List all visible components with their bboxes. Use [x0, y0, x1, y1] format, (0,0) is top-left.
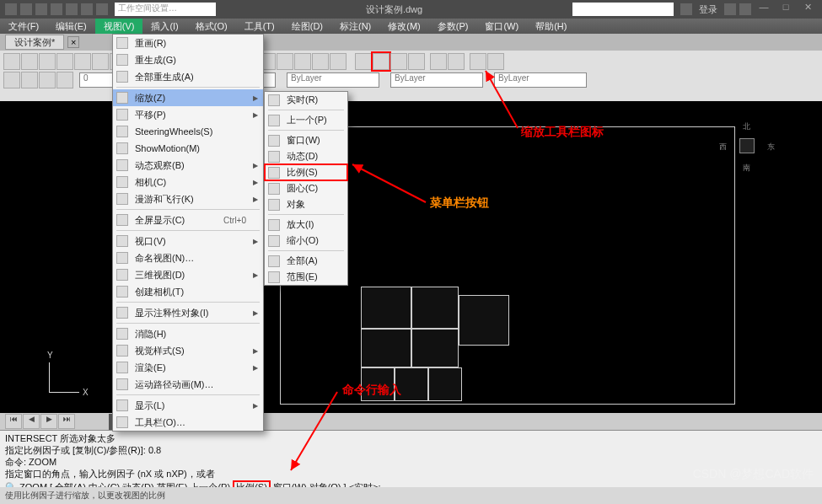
- user-icon[interactable]: [680, 3, 692, 15]
- menu-item[interactable]: 命名视图(N)…: [113, 249, 263, 266]
- layout-prev-icon[interactable]: ◀: [23, 414, 40, 429]
- lineweight-select[interactable]: ByLayer: [390, 72, 483, 88]
- tb-save-icon[interactable]: [39, 53, 56, 70]
- tb-zo-icon[interactable]: [408, 53, 425, 70]
- tb-ze-icon[interactable]: [487, 53, 504, 70]
- submenu-item[interactable]: 窗口(W): [265, 132, 347, 148]
- menu-item[interactable]: 相机(C): [113, 174, 263, 190]
- tb-zoom-in-icon[interactable]: [312, 53, 329, 70]
- menu-view[interactable]: 视图(V): [95, 19, 143, 34]
- exchange-icon[interactable]: [724, 3, 736, 15]
- close-button[interactable]: ✕: [797, 2, 819, 17]
- tb-cut-icon[interactable]: [74, 53, 91, 70]
- tb-zi2-icon[interactable]: [430, 53, 447, 70]
- tb-zoom-obj-icon[interactable]: [294, 53, 311, 70]
- tb-zw-icon[interactable]: [355, 53, 372, 70]
- submenu-item[interactable]: 放大(I): [265, 217, 347, 233]
- menu-modify[interactable]: 修改(M): [379, 19, 429, 34]
- submenu-item[interactable]: 对象: [265, 196, 347, 212]
- menu-item[interactable]: 创建相机(T): [113, 283, 263, 300]
- menu-item[interactable]: 重生成(G): [113, 51, 263, 68]
- menu-item[interactable]: 平移(P): [113, 106, 263, 123]
- tb-zoom-center-icon[interactable]: [277, 53, 293, 70]
- menu-tools[interactable]: 工具(T): [236, 19, 283, 34]
- menu-edit[interactable]: 编辑(E): [47, 19, 95, 34]
- menu-dim[interactable]: 标注(N): [331, 19, 379, 34]
- menu-item[interactable]: 动态观察(B): [113, 157, 263, 174]
- menu-item[interactable]: 视觉样式(S): [113, 342, 263, 359]
- menu-item[interactable]: SteeringWheels(S): [113, 123, 263, 140]
- menu-item[interactable]: ShowMotion(M): [113, 140, 263, 157]
- tb-new-icon[interactable]: [3, 53, 20, 70]
- menu-item[interactable]: 漫游和飞行(K): [113, 190, 263, 207]
- submenu-item[interactable]: 动态(D): [265, 148, 347, 164]
- layout-first-icon[interactable]: ⏮: [5, 414, 22, 429]
- menu-window[interactable]: 窗口(W): [476, 19, 527, 34]
- menu-item[interactable]: 全屏显示(C)Ctrl+0: [113, 212, 263, 228]
- menu-format[interactable]: 格式(O): [187, 19, 236, 34]
- qat-undo-icon[interactable]: [81, 3, 93, 15]
- layout-next-icon[interactable]: ▶: [40, 414, 57, 429]
- menu-item[interactable]: 消隐(H): [113, 325, 263, 342]
- submenu-item[interactable]: 上一个(P): [265, 112, 347, 128]
- tb-plot-icon[interactable]: [56, 53, 73, 70]
- menu-draw[interactable]: 绘图(D): [283, 19, 331, 34]
- close-tab-icon[interactable]: ×: [67, 36, 79, 48]
- linetype-select[interactable]: ByLayer: [287, 72, 379, 88]
- menu-item[interactable]: 显示(L): [113, 397, 263, 414]
- tb-zoom-scale-icon[interactable]: [373, 53, 390, 70]
- tb-zc-icon[interactable]: [390, 53, 407, 70]
- menu-param[interactable]: 参数(P): [429, 19, 477, 34]
- compass-s: 南: [743, 163, 750, 174]
- submenu-item[interactable]: 实时(R): [265, 92, 347, 108]
- qat-redo-icon[interactable]: [96, 3, 108, 15]
- menu-item-icon: [116, 235, 128, 247]
- menu-item[interactable]: 工具栏(O)…: [113, 414, 263, 431]
- tb-open-icon[interactable]: [21, 53, 38, 70]
- maximize-button[interactable]: □: [775, 2, 797, 17]
- menu-item[interactable]: 显示注释性对象(I): [113, 304, 263, 321]
- search-input[interactable]: [572, 3, 674, 16]
- submenu-item[interactable]: 全部(A): [265, 253, 347, 269]
- menu-insert[interactable]: 插入(I): [142, 19, 186, 34]
- tb-za-icon[interactable]: [470, 53, 486, 70]
- qat-new-icon[interactable]: [20, 3, 32, 15]
- layer-lock-icon[interactable]: [56, 72, 73, 88]
- menu-file[interactable]: 文件(F): [0, 19, 47, 34]
- login-link[interactable]: 登录: [699, 3, 717, 16]
- menu-item[interactable]: 运动路径动画(M)…: [113, 376, 263, 393]
- title-bar: 工作空间设置… 设计案例.dwg 登录 — □ ✕: [0, 0, 822, 19]
- layer-freeze-icon[interactable]: [39, 72, 56, 88]
- qat-open-icon[interactable]: [35, 3, 47, 15]
- tb-zoom-out-icon[interactable]: [330, 53, 347, 70]
- menu-item[interactable]: 视口(V): [113, 233, 263, 249]
- menu-item-icon: [116, 109, 128, 121]
- doc-tab[interactable]: 设计案例*: [5, 35, 64, 50]
- annotation-menu: 菜单栏按钮: [430, 196, 489, 211]
- qat-print-icon[interactable]: [66, 3, 78, 15]
- submenu-item-label: 窗口(W): [287, 134, 320, 147]
- submenu-item[interactable]: 缩小(O): [265, 233, 347, 249]
- menu-item[interactable]: 重画(R): [113, 35, 263, 51]
- submenu-item[interactable]: 圆心(C): [265, 180, 347, 196]
- minimize-button[interactable]: —: [753, 2, 775, 17]
- qat-save-icon[interactable]: [51, 3, 62, 15]
- menu-item[interactable]: 渲染(E): [113, 359, 263, 376]
- menu-item[interactable]: 缩放(Z): [113, 89, 263, 106]
- workspace-select[interactable]: 工作空间设置…: [115, 3, 216, 16]
- submenu-item[interactable]: 范围(E): [265, 269, 347, 285]
- menu-item-icon: [116, 142, 128, 154]
- layer-filter-icon[interactable]: [3, 72, 20, 88]
- tb-zo2-icon[interactable]: [448, 53, 465, 70]
- plotstyle-select[interactable]: ByLayer: [494, 72, 587, 88]
- tb-copy-icon[interactable]: [92, 53, 109, 70]
- menu-help[interactable]: 帮助(H): [527, 19, 575, 34]
- submenu-item[interactable]: 比例(S): [265, 164, 347, 180]
- menu-item[interactable]: 三维视图(D): [113, 266, 263, 283]
- app-icon[interactable]: [5, 3, 17, 15]
- view-cube[interactable]: 北 南 东 西: [717, 116, 776, 175]
- layer-on-icon[interactable]: [21, 72, 38, 88]
- help-icon[interactable]: [739, 3, 751, 15]
- layout-last-icon[interactable]: ⏭: [58, 414, 75, 429]
- menu-item[interactable]: 全部重生成(A): [113, 68, 263, 85]
